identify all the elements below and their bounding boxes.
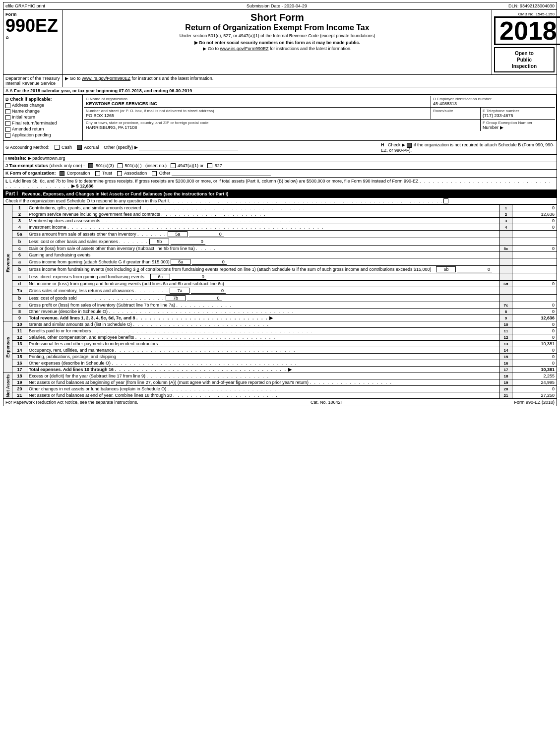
row-num-6: 6 — [12, 252, 27, 258]
form-number-col: Form 990EZ ♻ — [3, 10, 63, 74]
website-row: I Website: ▶ padowntown.org — [3, 155, 557, 162]
desc-10: Grants and similar amounts paid (list in… — [27, 321, 500, 328]
h-label: H — [381, 142, 384, 147]
check-initial: Initial return — [5, 115, 80, 120]
corp-checkbox[interactable] — [60, 171, 64, 176]
revenue-row-5c: c Gain or (loss) from sale of assets oth… — [3, 246, 557, 252]
row-num-17: 17 — [12, 367, 27, 373]
check-final: Final return/terminated — [5, 121, 80, 126]
radio-name[interactable] — [5, 109, 10, 114]
trust-checkbox[interactable] — [95, 171, 100, 176]
row-num-5c: c — [12, 246, 27, 252]
value-7a-empty — [512, 287, 557, 295]
value-21: 27,250 — [512, 392, 557, 399]
desc-8: Other revenue (describe in Schedule O) .… — [27, 309, 500, 315]
accrual-checkbox[interactable] — [77, 145, 82, 150]
other-org-label: Other — [159, 171, 171, 176]
taxexempt-row: J Tax-exempt status (check only one) - 5… — [3, 162, 557, 170]
line-label-7a-empty — [500, 287, 512, 295]
main-title: Return of Organization Exempt From Incom… — [65, 23, 490, 32]
revenue-row-6b: b Gross income from fundraising events (… — [3, 266, 557, 273]
expenses-row-17: 17 Total expenses. Add lines 10 through … — [3, 367, 557, 373]
expenses-row-16: 16 Other expenses (describe in Schedule … — [3, 360, 557, 367]
row-num-7b: b — [12, 295, 27, 302]
org-ein-cell: D Employer identification number 45-4088… — [431, 96, 555, 107]
row-num-7c: c — [12, 302, 27, 309]
desc-3: Membership dues and assessments . . . . … — [27, 218, 500, 224]
b-label: B Check if applicable: — [5, 97, 80, 102]
acct-row: G Accounting Method: Cash Accrual Other … — [3, 141, 557, 155]
revenue-row-6d: d Net income or (loss) from gaming and f… — [3, 281, 557, 287]
line-label-6d: 6d — [500, 281, 512, 287]
line-label-6c-empty — [500, 273, 512, 281]
org-name-cell: C Name of organization KEYSTONE CORE SER… — [84, 96, 431, 107]
amended-return-label: Amended return — [12, 126, 44, 131]
revenue-row-2: 2 Program service revenue including gove… — [3, 211, 557, 218]
other-checkbox[interactable] — [152, 171, 157, 176]
omb-number: OMB No. 1545-1150 — [494, 12, 555, 16]
row-num-21: 21 — [12, 392, 27, 399]
part1-label: Part I — [5, 191, 18, 196]
org-group-cell: F Group Exemption Number Number ▶ — [481, 120, 555, 131]
goto-url: www.irs.gov/Form990EZ — [220, 46, 268, 51]
radio-initial[interactable] — [5, 115, 10, 120]
value-5b-empty — [512, 238, 557, 246]
recycling-icon: ♻ — [5, 36, 61, 40]
org-phone: (717) 233-4675 — [483, 113, 553, 118]
desc-7a: Gross sales of inventory, less returns a… — [27, 287, 500, 295]
footer-row: For Paperwork Reduction Act Notice, see … — [3, 399, 557, 406]
line-label-6b-empty — [500, 266, 512, 273]
value-19: 24,995 — [512, 379, 557, 386]
short-form-title: Short Form — [65, 12, 490, 23]
cash-checkbox[interactable] — [55, 145, 60, 150]
cc-checkbox[interactable] — [118, 163, 123, 168]
radio-pending[interactable] — [5, 133, 10, 138]
value-6d: 0 — [512, 281, 557, 287]
goto-text: ▶ Go to www.irs.gov/Form990EZ for instru… — [65, 46, 490, 51]
dln: DLN: 93492123004030 — [508, 3, 555, 8]
desc-5c: Gain or (loss) from sale of assets other… — [27, 246, 500, 252]
desc-15: Printing, publications, postage, and shi… — [27, 354, 500, 360]
e-label: E Telephone number — [483, 109, 553, 113]
j-note: (check only one) - — [49, 163, 85, 168]
acct-right: H Check ▶ if the organization is not req… — [381, 142, 555, 153]
formorg-row: K Form of organization: Corporation Trus… — [3, 170, 557, 178]
revenue-row-3: 3 Membership dues and assessments . . . … — [3, 218, 557, 224]
value-5c: 0 — [512, 246, 557, 252]
radio-address[interactable] — [5, 103, 10, 108]
c3-label: 501(c)(3) — [96, 163, 114, 168]
value-1: 0 — [512, 205, 557, 211]
row-num-5a: 5a — [12, 231, 27, 238]
line-label-5a-empty — [500, 231, 512, 238]
taxyear-row: A A For the 2018 calendar year, or tax y… — [3, 87, 557, 95]
line-label-12: 12 — [500, 334, 512, 341]
c527-checkbox[interactable] — [207, 163, 212, 168]
c4947-checkbox[interactable] — [171, 163, 176, 168]
l-start: L — [5, 179, 8, 184]
check-name: Name change — [5, 109, 80, 114]
schedule-o-checkbox[interactable] — [443, 198, 448, 203]
c3-checkbox[interactable] — [88, 163, 93, 168]
assoc-checkbox[interactable] — [117, 171, 122, 176]
desc-19: Net assets or fund balances at beginning… — [27, 379, 500, 386]
org-name: KEYSTONE CORE SERVICES INC — [86, 101, 429, 106]
value-7c: 0 — [512, 302, 557, 309]
desc-9: Total revenue. Add lines 1, 2, 3, 4, 5c,… — [27, 315, 500, 321]
initial-return-label: Initial return — [12, 115, 35, 120]
revenue-row-5a: 5a Gross amount from sale of assets othe… — [3, 231, 557, 238]
cash-label: Cash — [62, 145, 72, 150]
desc-4: Investment income . . . . . . . . . . . … — [27, 224, 500, 231]
dept-url: www.irs.gov/Form990EZ — [82, 76, 130, 81]
desc-6a: Gross income from gaming (attach Schedul… — [27, 258, 500, 266]
row-num-5b: b — [12, 238, 27, 246]
line-label-8: 8 — [500, 309, 512, 315]
radio-amended[interactable] — [5, 127, 10, 132]
netassets-row-21: 21 Net assets or fund balances at end of… — [3, 392, 557, 399]
expenses-row-14: 14 Occupancy, rent, utilities, and maint… — [3, 347, 557, 354]
org-ein: 45-4088313 — [433, 101, 553, 106]
form-number: 990EZ — [5, 17, 61, 35]
line-label-14: 14 — [500, 347, 512, 354]
row-num-7a: 7a — [12, 287, 27, 295]
radio-final[interactable] — [5, 121, 10, 126]
h-checkbox[interactable] — [407, 143, 412, 148]
